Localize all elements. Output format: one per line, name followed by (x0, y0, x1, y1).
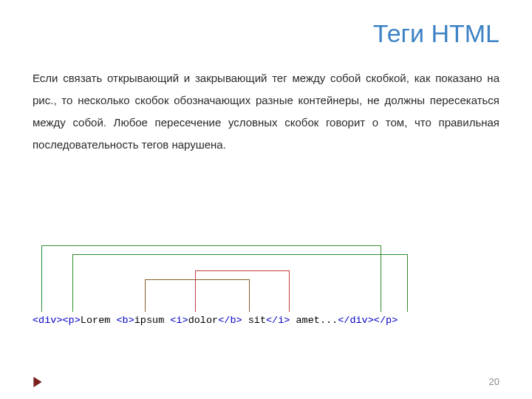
page-title: Теги HTML (33, 19, 499, 48)
code-text: Lorem (81, 315, 117, 326)
code-text: ipsum (134, 315, 171, 326)
code-line: <div><p>Lorem <b>ipsum <i>dolor</b> sit<… (33, 315, 499, 326)
code-tag: </b> (218, 315, 242, 326)
code-tag: </div> (338, 315, 374, 326)
play-arrow-icon (33, 377, 43, 387)
code-tag: </i> (266, 315, 290, 326)
code-tag: <p> (63, 315, 81, 326)
body-paragraph: Если связать открывающий и закрывающий т… (33, 67, 499, 156)
tag-nesting-figure: <div><p>Lorem <b>ipsum <i>dolor</b> sit<… (33, 244, 499, 340)
slide: Теги HTML Если связать открывающий и зак… (0, 0, 532, 399)
code-text: sit (242, 315, 266, 326)
code-tag: </p> (374, 315, 398, 326)
code-tag: <div> (33, 315, 63, 326)
code-tag: <i> (170, 315, 188, 326)
page-number: 20 (489, 376, 499, 387)
bracket-i (195, 270, 290, 312)
code-text: amet... (290, 315, 338, 326)
code-tag: <b> (116, 315, 134, 326)
code-text: dolor (188, 315, 219, 326)
